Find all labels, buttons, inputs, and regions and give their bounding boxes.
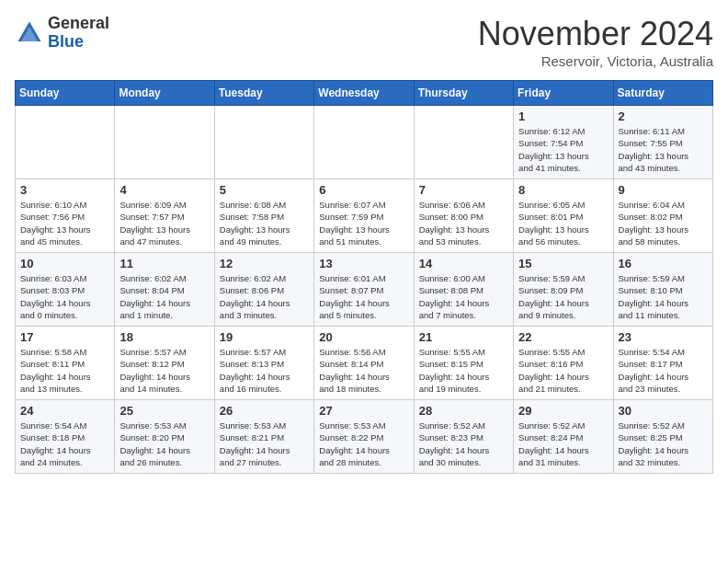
day-info: Sunrise: 5:55 AM Sunset: 8:15 PM Dayligh… <box>419 346 508 395</box>
calendar-cell: 12Sunrise: 6:02 AM Sunset: 8:06 PM Dayli… <box>214 253 313 327</box>
calendar-cell: 26Sunrise: 5:53 AM Sunset: 8:21 PM Dayli… <box>214 400 313 474</box>
day-info: Sunrise: 6:04 AM Sunset: 8:02 PM Dayligh… <box>619 199 708 247</box>
location: Reservoir, Victoria, Australia <box>478 53 713 69</box>
calendar-cell: 2Sunrise: 6:11 AM Sunset: 7:55 PM Daylig… <box>613 106 712 179</box>
calendar-week-row: 3Sunrise: 6:10 AM Sunset: 7:56 PM Daylig… <box>16 179 713 253</box>
day-number: 16 <box>619 257 708 270</box>
calendar-cell: 28Sunrise: 5:52 AM Sunset: 8:23 PM Dayli… <box>414 400 513 474</box>
day-info: Sunrise: 5:59 AM Sunset: 8:10 PM Dayligh… <box>619 272 708 321</box>
day-number: 17 <box>20 330 109 344</box>
calendar-cell: 15Sunrise: 5:59 AM Sunset: 8:09 PM Dayli… <box>514 253 613 327</box>
calendar-cell: 13Sunrise: 6:01 AM Sunset: 8:07 PM Dayli… <box>314 253 414 327</box>
day-info: Sunrise: 5:54 AM Sunset: 8:18 PM Dayligh… <box>20 419 109 468</box>
day-info: Sunrise: 6:11 AM Sunset: 7:55 PM Dayligh… <box>619 125 708 174</box>
calendar-cell: 27Sunrise: 5:53 AM Sunset: 8:22 PM Dayli… <box>314 400 414 474</box>
day-info: Sunrise: 6:09 AM Sunset: 7:57 PM Dayligh… <box>119 199 209 247</box>
day-info: Sunrise: 5:55 AM Sunset: 8:16 PM Dayligh… <box>518 346 608 395</box>
calendar-cell <box>115 106 214 179</box>
day-number: 15 <box>518 257 608 270</box>
day-number: 13 <box>319 257 408 270</box>
logo-text: General Blue <box>48 15 109 52</box>
calendar-cell: 6Sunrise: 6:07 AM Sunset: 7:59 PM Daylig… <box>314 179 414 253</box>
day-number: 14 <box>419 257 508 270</box>
day-number: 11 <box>119 257 209 270</box>
day-number: 2 <box>619 109 708 123</box>
calendar-cell: 4Sunrise: 6:09 AM Sunset: 7:57 PM Daylig… <box>115 179 214 253</box>
calendar-week-row: 1Sunrise: 6:12 AM Sunset: 7:54 PM Daylig… <box>16 106 713 179</box>
weekday-header: Tuesday <box>214 81 313 106</box>
logo-blue: Blue <box>48 32 84 51</box>
day-number: 23 <box>619 330 708 344</box>
day-info: Sunrise: 6:02 AM Sunset: 8:06 PM Dayligh… <box>220 272 309 321</box>
day-info: Sunrise: 6:00 AM Sunset: 8:08 PM Dayligh… <box>419 272 508 321</box>
weekday-header: Sunday <box>16 81 115 106</box>
day-info: Sunrise: 5:59 AM Sunset: 8:09 PM Dayligh… <box>518 272 608 321</box>
calendar-week-row: 10Sunrise: 6:03 AM Sunset: 8:03 PM Dayli… <box>16 253 713 327</box>
calendar-cell: 25Sunrise: 5:53 AM Sunset: 8:20 PM Dayli… <box>115 400 214 474</box>
calendar-cell: 14Sunrise: 6:00 AM Sunset: 8:08 PM Dayli… <box>414 253 513 327</box>
day-number: 25 <box>119 404 209 418</box>
day-number: 1 <box>518 109 608 123</box>
day-info: Sunrise: 6:07 AM Sunset: 7:59 PM Dayligh… <box>319 199 408 247</box>
weekday-header: Saturday <box>613 81 712 106</box>
day-info: Sunrise: 6:01 AM Sunset: 8:07 PM Dayligh… <box>319 272 408 321</box>
calendar-cell: 22Sunrise: 5:55 AM Sunset: 8:16 PM Dayli… <box>514 327 613 400</box>
calendar-cell: 11Sunrise: 6:02 AM Sunset: 8:04 PM Dayli… <box>115 253 214 327</box>
day-info: Sunrise: 5:57 AM Sunset: 8:12 PM Dayligh… <box>119 346 209 395</box>
calendar-cell: 24Sunrise: 5:54 AM Sunset: 8:18 PM Dayli… <box>16 400 115 474</box>
calendar-cell: 10Sunrise: 6:03 AM Sunset: 8:03 PM Dayli… <box>16 253 115 327</box>
calendar-week-row: 17Sunrise: 5:58 AM Sunset: 8:11 PM Dayli… <box>16 327 713 400</box>
day-info: Sunrise: 5:54 AM Sunset: 8:17 PM Dayligh… <box>619 346 708 395</box>
calendar-table: SundayMondayTuesdayWednesdayThursdayFrid… <box>15 80 713 474</box>
day-number: 9 <box>619 183 708 197</box>
day-info: Sunrise: 6:12 AM Sunset: 7:54 PM Dayligh… <box>518 125 608 174</box>
calendar-cell: 23Sunrise: 5:54 AM Sunset: 8:17 PM Dayli… <box>613 327 712 400</box>
day-info: Sunrise: 6:06 AM Sunset: 8:00 PM Dayligh… <box>419 199 508 247</box>
calendar-cell: 17Sunrise: 5:58 AM Sunset: 8:11 PM Dayli… <box>16 327 115 400</box>
day-info: Sunrise: 5:52 AM Sunset: 8:23 PM Dayligh… <box>419 419 508 468</box>
calendar-cell: 20Sunrise: 5:56 AM Sunset: 8:14 PM Dayli… <box>314 327 414 400</box>
calendar-cell: 19Sunrise: 5:57 AM Sunset: 8:13 PM Dayli… <box>214 327 313 400</box>
day-number: 18 <box>119 330 209 344</box>
day-number: 6 <box>319 183 408 197</box>
day-number: 27 <box>319 404 408 418</box>
day-number: 21 <box>419 330 508 344</box>
title-block: November 2024 Reservoir, Victoria, Austr… <box>478 15 713 69</box>
day-number: 28 <box>419 404 508 418</box>
day-info: Sunrise: 5:53 AM Sunset: 8:20 PM Dayligh… <box>119 419 209 468</box>
day-number: 26 <box>220 404 309 418</box>
calendar-cell <box>314 106 414 179</box>
logo-icon <box>15 18 44 48</box>
day-number: 7 <box>419 183 508 197</box>
day-info: Sunrise: 5:53 AM Sunset: 8:21 PM Dayligh… <box>220 419 309 468</box>
calendar-cell <box>16 106 115 179</box>
day-info: Sunrise: 5:52 AM Sunset: 8:25 PM Dayligh… <box>619 419 708 468</box>
calendar-cell: 18Sunrise: 5:57 AM Sunset: 8:12 PM Dayli… <box>115 327 214 400</box>
calendar-cell: 9Sunrise: 6:04 AM Sunset: 8:02 PM Daylig… <box>613 179 712 253</box>
day-info: Sunrise: 5:58 AM Sunset: 8:11 PM Dayligh… <box>20 346 109 395</box>
weekday-header: Wednesday <box>314 81 414 106</box>
day-info: Sunrise: 5:53 AM Sunset: 8:22 PM Dayligh… <box>319 419 408 468</box>
calendar-cell: 21Sunrise: 5:55 AM Sunset: 8:15 PM Dayli… <box>414 327 513 400</box>
calendar-cell <box>214 106 313 179</box>
calendar-cell: 1Sunrise: 6:12 AM Sunset: 7:54 PM Daylig… <box>514 106 613 179</box>
month-title: November 2024 <box>478 15 713 53</box>
day-number: 12 <box>220 257 309 270</box>
day-number: 29 <box>518 404 608 418</box>
weekday-header: Friday <box>514 81 613 106</box>
day-info: Sunrise: 6:08 AM Sunset: 7:58 PM Dayligh… <box>220 199 309 247</box>
day-number: 24 <box>20 404 109 418</box>
day-number: 10 <box>20 257 109 270</box>
weekday-header: Thursday <box>414 81 513 106</box>
calendar-cell: 30Sunrise: 5:52 AM Sunset: 8:25 PM Dayli… <box>613 400 712 474</box>
calendar-cell: 8Sunrise: 6:05 AM Sunset: 8:01 PM Daylig… <box>514 179 613 253</box>
day-number: 22 <box>518 330 608 344</box>
calendar-cell: 16Sunrise: 5:59 AM Sunset: 8:10 PM Dayli… <box>613 253 712 327</box>
day-number: 5 <box>220 183 309 197</box>
calendar-cell: 29Sunrise: 5:52 AM Sunset: 8:24 PM Dayli… <box>514 400 613 474</box>
day-info: Sunrise: 5:57 AM Sunset: 8:13 PM Dayligh… <box>220 346 309 395</box>
calendar-header-row: SundayMondayTuesdayWednesdayThursdayFrid… <box>16 81 713 106</box>
day-number: 4 <box>119 183 209 197</box>
logo: General Blue <box>15 15 109 52</box>
day-number: 20 <box>319 330 408 344</box>
